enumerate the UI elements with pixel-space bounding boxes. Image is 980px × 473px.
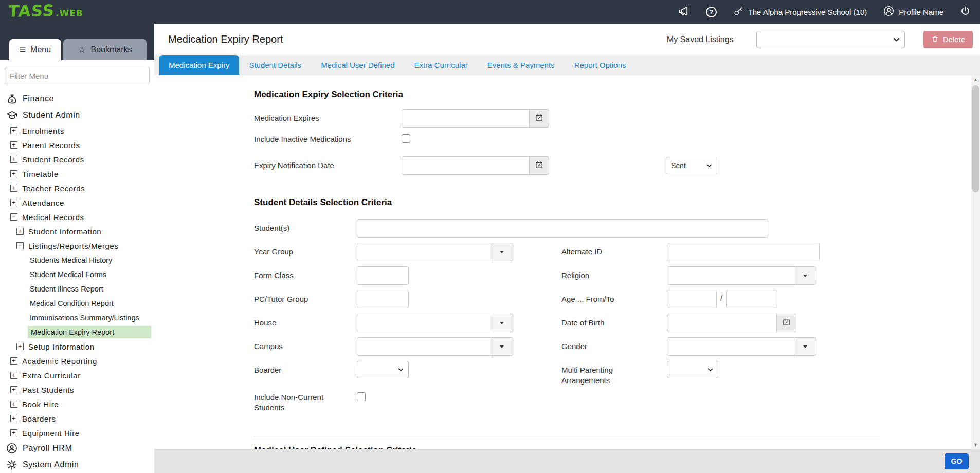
sidebar-item-attendance[interactable]: +Attendance — [0, 195, 154, 210]
expand-icon[interactable]: + — [10, 185, 17, 192]
campus-dropdown-button[interactable] — [491, 337, 513, 356]
sidebar-item-students-medical-history[interactable]: Students Medical History — [0, 253, 154, 267]
delete-button[interactable]: Delete — [923, 31, 973, 48]
sidebar-item-immunisations-summary-listings[interactable]: Immunisations Summary/Listings — [0, 311, 154, 325]
expand-icon[interactable]: + — [10, 429, 17, 436]
expand-icon[interactable]: + — [10, 141, 17, 149]
tab-medication-expiry[interactable]: Medication Expiry — [159, 55, 239, 75]
sidebar-item-past-students[interactable]: +Past Students — [0, 383, 154, 397]
sidebar-item-equipment-hire[interactable]: +Equipment Hire — [0, 426, 154, 440]
religion-input[interactable] — [667, 266, 794, 285]
saved-listings-select[interactable] — [756, 31, 905, 48]
sidebar-item-extra-curricular[interactable]: +Extra Curricular — [0, 368, 154, 383]
year-group-dropdown-button[interactable] — [491, 243, 513, 261]
sidebar-item-teacher-records[interactable]: +Teacher Records — [0, 181, 154, 195]
form-class-label: Form Class — [254, 266, 357, 281]
include-non-current-checkbox[interactable] — [357, 392, 366, 401]
sidebar-item-enrolments[interactable]: +Enrolments — [0, 123, 154, 138]
house-dropdown-button[interactable] — [491, 314, 513, 332]
go-button[interactable]: GO — [945, 453, 969, 469]
religion-dropdown-button[interactable] — [794, 266, 816, 285]
sidebar-item-medical-records[interactable]: −Medical Records — [0, 210, 154, 224]
expand-icon[interactable]: + — [10, 372, 17, 379]
expiry-notification-status-select[interactable]: Sent — [666, 157, 717, 174]
bookmarks-tab[interactable]: ☆ Bookmarks — [63, 39, 147, 60]
sidebar-item-label: Past Students — [22, 386, 74, 394]
date-of-birth-input[interactable] — [667, 314, 777, 332]
profile-menu[interactable]: Profile Name — [883, 6, 943, 18]
filter-menu-input[interactable] — [5, 67, 150, 84]
gender-input[interactable] — [667, 337, 794, 356]
logout-button[interactable] — [960, 6, 971, 18]
multi-parenting-select[interactable] — [667, 361, 718, 378]
expand-icon[interactable]: + — [10, 127, 17, 134]
sidebar-item-label: Medical Records — [22, 213, 84, 222]
sidebar-item-medication-expiry-report[interactable]: Medication Expiry Report — [0, 325, 154, 339]
pc-tutor-group-input[interactable] — [357, 290, 409, 308]
sidebar-item-label: Students Medical History — [30, 256, 112, 264]
sidebar-item-listings-reports-merges[interactable]: −Listings/Reports/Merges — [0, 239, 154, 253]
expiry-notification-input[interactable] — [402, 156, 530, 175]
sidebar-item-student-admin[interactable]: Student Admin — [0, 107, 154, 123]
form-class-input[interactable] — [357, 266, 409, 285]
tass-web-logo[interactable]: TASS .WEB — [8, 2, 83, 20]
expand-icon[interactable]: + — [10, 156, 17, 163]
gender-dropdown-button[interactable] — [794, 337, 816, 356]
sidebar-item-label: Student Medical Forms — [30, 270, 106, 279]
scrollbar[interactable]: ▲ ▼ — [971, 75, 980, 449]
report-tabs: Medication ExpiryStudent DetailsMedical … — [154, 55, 980, 75]
tass-web-app: TASS .WEB ? The Alpha Progressive School… — [0, 0, 980, 473]
students-input[interactable] — [357, 219, 768, 238]
sidebar-item-setup-information[interactable]: +Setup Information — [0, 339, 154, 354]
expand-icon[interactable]: + — [10, 170, 17, 177]
expand-icon[interactable]: + — [16, 228, 24, 235]
campus-input[interactable] — [357, 337, 491, 356]
sidebar-item-book-hire[interactable]: +Book Hire — [0, 397, 154, 411]
scroll-down-button[interactable]: ▼ — [971, 440, 980, 449]
sidebar-item-finance[interactable]: $Finance — [0, 90, 154, 107]
sidebar-item-student-information[interactable]: +Student Information — [0, 224, 154, 239]
sidebar-item-student-medical-forms[interactable]: Student Medical Forms — [0, 267, 154, 282]
collapse-icon[interactable]: − — [16, 242, 24, 249]
tab-extra-curricular[interactable]: Extra Curricular — [405, 55, 478, 75]
expand-icon[interactable]: + — [16, 343, 24, 350]
sidebar-item-system-admin[interactable]: System Admin — [0, 457, 154, 473]
medication-expires-input[interactable] — [402, 109, 530, 128]
tab-events-payments[interactable]: Events & Payments — [478, 55, 565, 75]
sidebar-item-label: Equipment Hire — [22, 429, 80, 438]
school-switcher[interactable]: The Alpha Progressive School (10) — [733, 6, 867, 18]
sidebar-item-medical-condition-report[interactable]: Medical Condition Report — [0, 296, 154, 311]
alternate-id-input[interactable] — [667, 243, 820, 261]
expand-icon[interactable]: + — [10, 415, 17, 422]
expand-icon[interactable]: + — [10, 199, 17, 206]
age-to-input[interactable] — [726, 290, 777, 308]
date-of-birth-datepicker-button[interactable] — [777, 314, 796, 332]
age-from-input[interactable] — [667, 290, 717, 308]
sidebar-item-payroll-hrm[interactable]: Payroll HRM — [0, 440, 154, 457]
boarder-select[interactable] — [357, 361, 409, 378]
tab-medical-user-defined[interactable]: Medical User Defined — [311, 55, 404, 75]
expand-icon[interactable]: + — [10, 357, 17, 365]
scroll-thumb[interactable] — [972, 85, 979, 192]
house-input[interactable] — [357, 314, 491, 332]
collapse-icon[interactable]: − — [10, 213, 17, 221]
include-inactive-checkbox[interactable] — [402, 134, 410, 143]
help-button[interactable]: ? — [706, 7, 717, 17]
sidebar-item-parent-records[interactable]: +Parent Records — [0, 138, 154, 152]
sidebar-item-boarders[interactable]: +Boarders — [0, 411, 154, 426]
sidebar-item-student-illness-report[interactable]: Student Illness Report — [0, 282, 154, 296]
scroll-up-button[interactable]: ▲ — [971, 75, 980, 84]
sidebar-item-academic-reporting[interactable]: +Academic Reporting — [0, 354, 154, 368]
expand-icon[interactable]: + — [10, 386, 17, 393]
menu-tab[interactable]: ≡ Menu — [9, 39, 61, 60]
expiry-notification-datepicker-button[interactable] — [530, 156, 549, 175]
expand-icon[interactable]: + — [10, 401, 17, 408]
announcements-button[interactable] — [678, 5, 689, 19]
tab-student-details[interactable]: Student Details — [239, 55, 311, 75]
sidebar-item-student-records[interactable]: +Student Records — [0, 152, 154, 167]
tab-report-options[interactable]: Report Options — [565, 55, 636, 75]
boarder-label: Boarder — [254, 361, 357, 375]
medication-expires-datepicker-button[interactable] — [530, 109, 549, 128]
sidebar-item-timetable[interactable]: +Timetable — [0, 167, 154, 181]
year-group-input[interactable] — [357, 243, 491, 261]
